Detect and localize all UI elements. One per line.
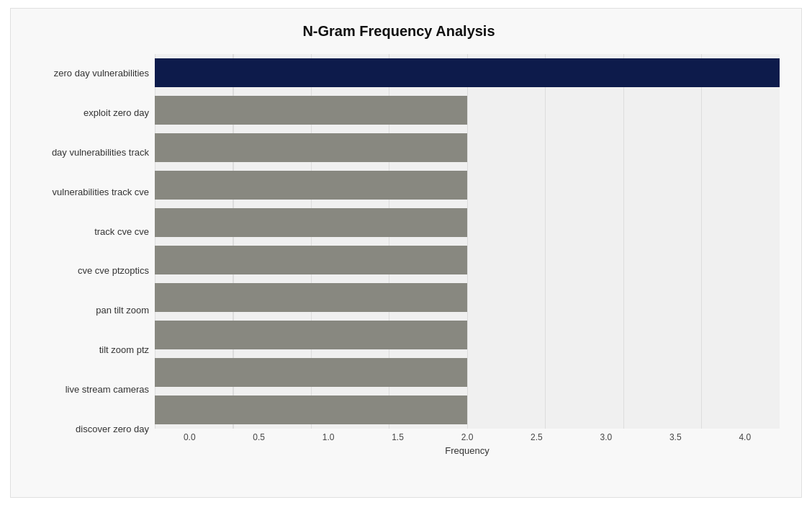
bar — [155, 246, 467, 274]
bar-row — [155, 54, 780, 91]
y-label: track cve cve — [94, 213, 149, 250]
bar — [155, 283, 467, 312]
bar — [155, 96, 467, 125]
chart-container: N-Gram Frequency Analysis zero day vulne… — [10, 8, 802, 498]
bar — [155, 395, 467, 424]
bars-section — [155, 54, 780, 429]
x-tick: 1.0 — [294, 432, 363, 442]
x-tick: 4.0 — [710, 432, 780, 442]
x-tick: 0.5 — [224, 432, 293, 442]
bar-row — [155, 391, 780, 429]
plot-area: 0.00.51.01.52.02.53.03.54.0 Frequency — [155, 54, 780, 449]
bar-row — [155, 166, 780, 204]
bar-row — [155, 204, 780, 241]
bar-row — [155, 354, 780, 391]
y-label: zero day vulnerabilities — [54, 55, 149, 92]
x-tick: 2.0 — [433, 432, 502, 442]
y-axis: zero day vulnerabilitiesexploit zero day… — [18, 54, 155, 449]
y-label: day vulnerabilities track — [52, 133, 149, 171]
bar — [155, 208, 467, 237]
bar-row — [155, 129, 780, 166]
y-label: discover zero day — [76, 410, 149, 447]
x-tick: 0.0 — [155, 432, 224, 442]
y-label: live stream cameras — [66, 370, 149, 408]
x-tick: 3.5 — [641, 432, 710, 442]
x-ticks: 0.00.51.01.52.02.53.03.54.0 — [155, 429, 780, 442]
y-label: tilt zoom ptz — [99, 331, 149, 368]
y-label: pan tilt zoom — [96, 292, 149, 329]
bar — [155, 133, 467, 162]
bar — [155, 358, 467, 387]
y-label: vulnerabilities track cve — [53, 173, 149, 210]
bar-row — [155, 279, 780, 316]
x-tick: 3.0 — [572, 432, 641, 442]
x-axis-label: Frequency — [155, 445, 780, 456]
y-label: exploit zero day — [84, 94, 149, 132]
bar — [155, 171, 467, 200]
bar-row — [155, 241, 780, 279]
chart-area: zero day vulnerabilitiesexploit zero day… — [18, 54, 780, 449]
chart-title: N-Gram Frequency Analysis — [18, 23, 780, 40]
bar-row — [155, 91, 780, 129]
bar-row — [155, 316, 780, 354]
x-tick: 2.5 — [502, 432, 571, 442]
y-label: cve cve ptzoptics — [78, 252, 149, 290]
bar — [155, 321, 467, 349]
x-axis: 0.00.51.01.52.02.53.03.54.0 Frequency — [155, 429, 780, 456]
x-tick: 1.5 — [363, 432, 432, 442]
bar — [155, 58, 780, 87]
